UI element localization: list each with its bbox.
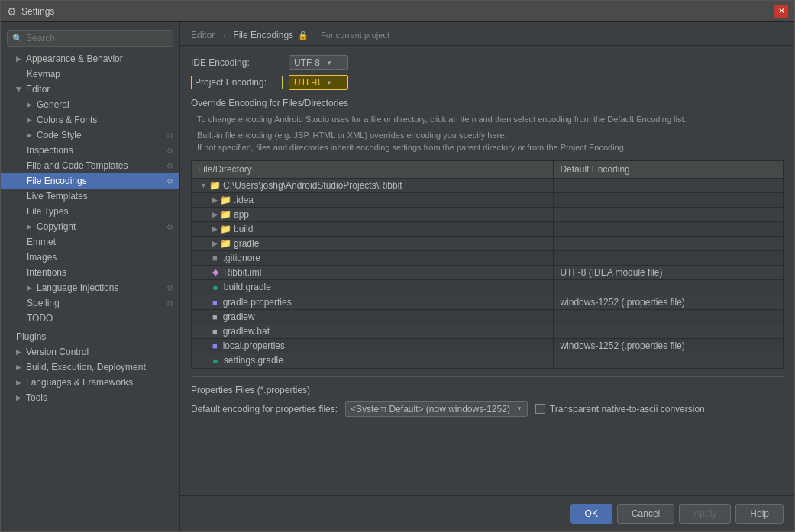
tree-expand-icon: ▶: [212, 211, 218, 218]
sidebar-item-label: Live Templates: [27, 191, 173, 202]
gradle-file-icon: ●: [212, 282, 218, 293]
file-path: local.properties: [223, 340, 285, 351]
encoding-value: [554, 192, 784, 207]
sidebar-item-appearance[interactable]: ▶ Appearance & Behavior: [1, 51, 179, 66]
sidebar: 🔍 ▶ Appearance & Behavior Keymap ▶ Edito…: [1, 22, 180, 531]
properties-file-icon: ■: [212, 298, 218, 307]
sidebar-item-emmet[interactable]: Emmet: [1, 234, 179, 250]
bat-file-icon: ■: [212, 327, 218, 336]
settings-window: ⚙ Settings ✕ 🔍 ▶ Appearance & Behavior K…: [0, 0, 795, 532]
sidebar-item-file-encodings[interactable]: File Encodings ⚙: [1, 173, 179, 189]
sidebar-item-language-injections[interactable]: ▶ Language Injections ⚙: [1, 280, 179, 295]
settings-icon: ⚙: [166, 162, 173, 170]
tree-expand-icon: ▶: [212, 196, 218, 204]
sidebar-item-tools[interactable]: ▶ Tools: [1, 390, 179, 405]
help-button[interactable]: Help: [735, 504, 784, 524]
folder-icon: 📁: [209, 180, 221, 191]
gradle-file-icon: ●: [212, 355, 218, 366]
file-path: C:\Users\joshg\AndroidStudioProjects\Rib…: [223, 180, 402, 191]
search-box[interactable]: 🔍: [7, 30, 173, 47]
sidebar-item-spelling[interactable]: Spelling ⚙: [1, 295, 179, 311]
table-row[interactable]: ▶ 📁 .idea: [192, 192, 784, 207]
encoding-value: [554, 324, 784, 338]
sidebar-item-editor[interactable]: ▶ Editor: [1, 82, 179, 97]
table-row[interactable]: ■ .gitignore: [192, 250, 784, 265]
properties-section: Properties Files (*.properties) Default …: [191, 376, 784, 417]
override-desc-line2: Built-in file encoding (e.g. JSP, HTML o…: [197, 129, 784, 142]
settings-icon: ⚙: [166, 131, 173, 140]
properties-encoding-value: <System Default> (now windows-1252): [351, 404, 510, 414]
sidebar-item-copyright[interactable]: ▶ Copyright ⚙: [1, 219, 179, 234]
table-row[interactable]: ■ local.properties windows-1252 (.proper…: [192, 338, 784, 353]
settings-icon: ⚙: [166, 299, 173, 308]
override-desc-line3: If not specified, files and directories …: [197, 141, 784, 154]
col-file-directory: File/Directory: [192, 160, 554, 178]
panel-header: Editor › File Encodings 🔒 For current pr…: [180, 22, 794, 46]
ide-encoding-dropdown[interactable]: UTF-8 ▼: [289, 55, 348, 70]
for-project-label: For current project: [321, 31, 389, 40]
table-row[interactable]: ■ gradlew: [192, 309, 784, 324]
table-row[interactable]: ● build.gradle: [192, 279, 784, 295]
sidebar-item-languages-frameworks[interactable]: ▶ Languages & Frameworks: [1, 375, 179, 390]
sidebar-item-file-types[interactable]: File Types: [1, 204, 179, 219]
expand-arrow-icon: ▶: [27, 101, 32, 108]
expand-arrow-icon: ▶: [16, 363, 21, 371]
sidebar-item-code-style[interactable]: ▶ Code Style ⚙: [1, 127, 179, 143]
override-desc-line1: To change encoding Android Studio uses f…: [197, 113, 784, 126]
sidebar-item-inspections[interactable]: Inspections ⚙: [1, 143, 179, 158]
table-row[interactable]: ▶ 📁 build: [192, 221, 784, 236]
col-default-encoding: Default Encoding: [554, 160, 784, 178]
table-row[interactable]: ● settings.gradle: [192, 353, 784, 368]
sidebar-item-live-templates[interactable]: Live Templates: [1, 189, 179, 204]
sidebar-item-label: Keymap: [27, 69, 173, 79]
search-input[interactable]: [26, 33, 168, 44]
properties-encoding-dropdown[interactable]: <System Default> (now windows-1252) ▼: [345, 401, 528, 417]
sidebar-item-file-code-templates[interactable]: File and Code Templates ⚙: [1, 158, 179, 173]
table-row[interactable]: ◆ Ribbit.iml UTF-8 (IDEA module file): [192, 265, 784, 279]
sidebar-item-label: Appearance & Behavior: [26, 53, 173, 64]
ok-button[interactable]: OK: [570, 504, 612, 524]
file-path: .gitignore: [223, 253, 260, 263]
sidebar-item-label: File Types: [27, 206, 173, 217]
breadcrumb-parent: Editor: [191, 30, 215, 40]
sidebar-item-label: Build, Execution, Deployment: [26, 362, 173, 372]
apply-button[interactable]: Apply: [679, 504, 731, 524]
file-path: gradlew: [223, 311, 255, 322]
search-icon: 🔍: [12, 34, 23, 44]
sidebar-item-keymap[interactable]: Keymap: [1, 66, 179, 82]
table-row[interactable]: ■ gradlew.bat: [192, 324, 784, 338]
sidebar-item-label: Inspections: [27, 145, 163, 156]
sidebar-item-images[interactable]: Images: [1, 250, 179, 265]
encoding-value: [554, 309, 784, 324]
sidebar-item-label: Intentions: [27, 267, 173, 278]
transparent-checkbox[interactable]: [535, 404, 545, 414]
sidebar-item-general[interactable]: ▶ General: [1, 97, 179, 112]
folder-icon: 📁: [220, 209, 231, 220]
encoding-value: [554, 279, 784, 295]
settings-icon: ⚙: [166, 223, 173, 231]
close-button[interactable]: ✕: [774, 5, 788, 18]
sidebar-item-version-control[interactable]: ▶ Version Control: [1, 344, 179, 360]
table-row[interactable]: ▶ 📁 gradle: [192, 236, 784, 250]
file-path: gradle: [234, 238, 259, 249]
sidebar-item-label: Colors & Fonts: [37, 114, 173, 125]
table-row[interactable]: ■ gradle.properties windows-1252 (.prope…: [192, 295, 784, 309]
encoding-value: [554, 178, 784, 192]
override-section: Override Encoding for Files/Directories …: [191, 98, 784, 369]
file-table: File/Directory Default Encoding ▼: [191, 160, 784, 369]
sidebar-item-plugins[interactable]: Plugins: [1, 329, 179, 344]
file-path: .idea: [234, 195, 254, 205]
sidebar-item-intentions[interactable]: Intentions: [1, 265, 179, 280]
sidebar-item-todo[interactable]: TODO: [1, 311, 179, 326]
table-row[interactable]: ▶ 📁 app: [192, 207, 784, 221]
sidebar-item-label: Version Control: [26, 347, 173, 357]
iml-file-icon: ◆: [212, 267, 218, 277]
transparent-checkbox-area[interactable]: Transparent native-to-ascii conversion: [535, 404, 705, 414]
sidebar-item-build-exec[interactable]: ▶ Build, Execution, Deployment: [1, 360, 179, 375]
cancel-button[interactable]: Cancel: [617, 504, 674, 524]
table-row[interactable]: ▼ 📁 C:\Users\joshg\AndroidStudioProjects…: [192, 178, 784, 192]
sidebar-item-label: Language Injections: [37, 282, 163, 293]
sidebar-item-colors-fonts[interactable]: ▶ Colors & Fonts: [1, 112, 179, 127]
lock-icon: 🔒: [298, 31, 309, 40]
project-encoding-dropdown[interactable]: UTF-8 ▼: [289, 75, 348, 90]
